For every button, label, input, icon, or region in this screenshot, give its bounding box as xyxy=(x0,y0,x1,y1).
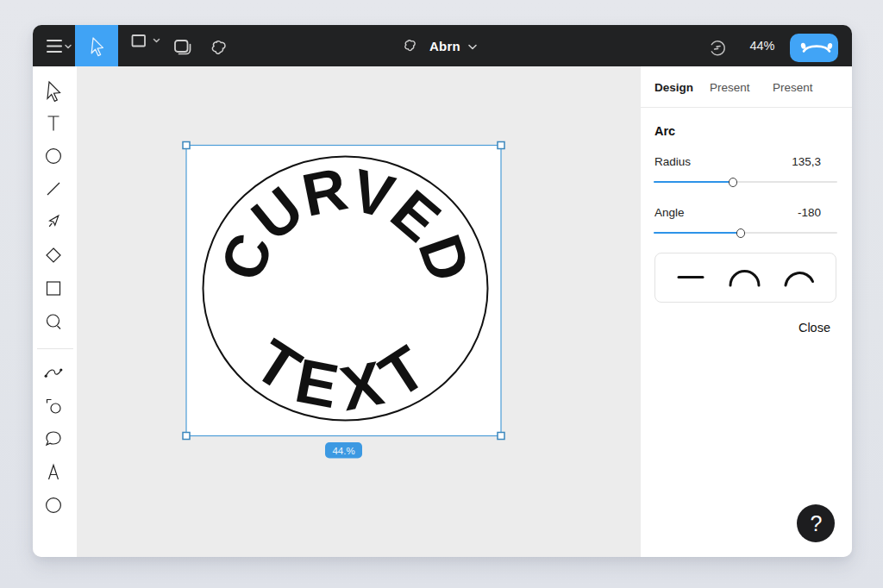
svg-text:44.%: 44.% xyxy=(332,446,354,456)
